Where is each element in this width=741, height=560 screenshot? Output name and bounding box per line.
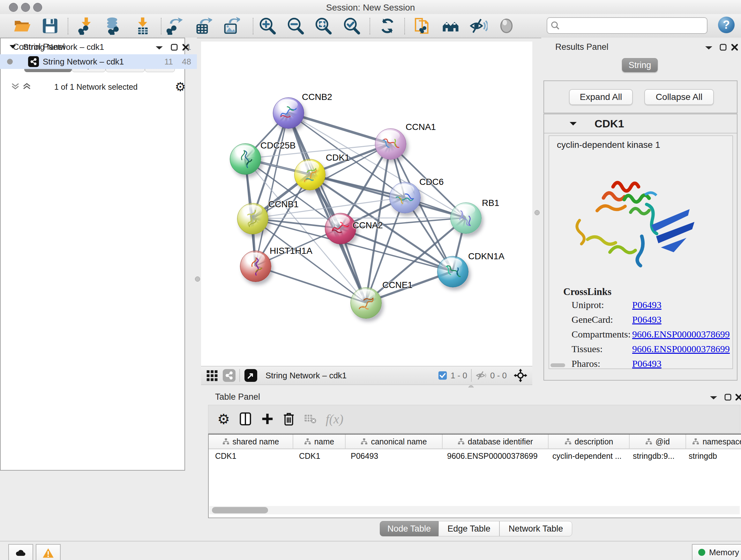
gene-header[interactable]: CDK1: [544, 114, 737, 133]
fit-selected-crosshair-icon[interactable]: [514, 369, 527, 382]
selected-checkbox-icon[interactable]: [438, 371, 448, 380]
network-collection-row[interactable]: String Network – cdk1 1: [0, 40, 197, 54]
network-node-CDC25B[interactable]: [230, 143, 261, 175]
gene-hscrollbar-thumb[interactable]: [550, 363, 565, 367]
string-style-icon[interactable]: [223, 369, 235, 382]
collapse-all-tree-icon[interactable]: [11, 82, 20, 91]
network-node-CDC6[interactable]: [389, 182, 421, 213]
toolbar-separator: [68, 18, 68, 35]
zoom-fit-content-icon[interactable]: [314, 17, 333, 35]
column-header-4[interactable]: description: [549, 435, 630, 449]
crosslink-link[interactable]: P06493: [632, 314, 662, 325]
results-panel-menu-icon[interactable]: [704, 45, 713, 51]
node-structure-scribble: [278, 103, 299, 123]
zoom-selected-icon[interactable]: [343, 17, 361, 35]
table-hscrollbar[interactable]: [209, 506, 740, 514]
column-header-2[interactable]: canonical name: [346, 435, 443, 449]
memory-button[interactable]: Memory: [692, 544, 741, 560]
table-cell[interactable]: stringdb: [682, 449, 741, 462]
import-table-from-file-icon[interactable]: [133, 17, 152, 35]
expand-all-button[interactable]: Expand All: [569, 89, 633, 105]
crosslink-link[interactable]: P06493: [632, 300, 662, 310]
right-splitter-handle[interactable]: [535, 210, 540, 215]
network-row[interactable]: String Network – cdk1 11 48: [0, 54, 197, 69]
network-node-CDKN1A[interactable]: [437, 256, 468, 287]
table-panel-float-icon[interactable]: [724, 393, 732, 401]
network-node-CCNB1[interactable]: [237, 203, 268, 234]
show-columns-icon[interactable]: [239, 412, 252, 426]
crosslink-label: GeneCard:: [571, 314, 613, 325]
table-row[interactable]: CDK1CDK1P064939606.ENSP00000378699cyclin…: [209, 449, 741, 464]
table-cell[interactable]: 9606.ENSP00000378699: [441, 449, 546, 462]
show-grid-icon[interactable]: [205, 369, 218, 382]
table-panel-close-icon[interactable]: [735, 393, 741, 401]
network-options-gear-icon[interactable]: ⚙: [175, 80, 186, 94]
left-splitter-handle[interactable]: [195, 276, 200, 282]
tab-network-table[interactable]: Network Table: [499, 521, 572, 537]
column-header-label: @id: [656, 437, 670, 446]
clipboard-network-icon[interactable]: [413, 17, 431, 35]
refresh-icon[interactable]: [378, 17, 397, 35]
table-cell[interactable]: CDK1: [293, 449, 344, 462]
help-button[interactable]: ?: [718, 17, 735, 33]
crosslink-link[interactable]: 9606.ENSP00000378699: [632, 329, 730, 340]
tree-expander-icon[interactable]: [9, 44, 17, 50]
network-node-CDK1[interactable]: [294, 159, 326, 190]
crosslink-row: Pharos:P06493: [571, 358, 728, 369]
table-cell[interactable]: stringdb:9...: [626, 449, 682, 462]
table-settings-gear-icon[interactable]: ⚙: [217, 411, 230, 427]
column-header-6[interactable]: namespace: [686, 435, 741, 449]
network-node-RB1[interactable]: [450, 202, 482, 234]
results-panel-close-icon[interactable]: [731, 44, 738, 51]
network-canvas[interactable]: CCNB2CCNA1CDC25BCDK1CDC6RB1CCNB1CCNA2CDK…: [201, 42, 532, 366]
cloud-button[interactable]: [8, 544, 33, 560]
delete-column-trash-icon[interactable]: [283, 412, 295, 426]
column-header-0[interactable]: shared name: [209, 435, 293, 449]
network-node-CCNA1[interactable]: [375, 128, 406, 160]
network-edge[interactable]: [255, 113, 288, 266]
network-node-HIST1H1A[interactable]: [240, 251, 271, 282]
node-structure-scribble: [242, 208, 264, 229]
table-cell[interactable]: CDK1: [209, 449, 293, 462]
hide-unhide-icon[interactable]: [469, 17, 488, 35]
network-node-CCNA2[interactable]: [325, 213, 356, 244]
export-table-icon[interactable]: [194, 17, 212, 35]
crosslink-link[interactable]: P06493: [632, 358, 662, 369]
network-edge[interactable]: [340, 228, 453, 271]
export-network-icon[interactable]: [166, 17, 185, 35]
save-session-icon[interactable]: [41, 17, 59, 35]
crosslink-link[interactable]: 9606.ENSP00000378699: [632, 344, 730, 354]
tab-string[interactable]: String: [622, 58, 658, 72]
table-hscrollbar-thumb[interactable]: [212, 507, 268, 513]
zoom-out-icon[interactable]: [286, 17, 305, 35]
column-header-5[interactable]: @id: [630, 435, 686, 449]
network-edge[interactable]: [255, 266, 366, 303]
import-network-from-database-icon[interactable]: [104, 17, 123, 35]
network-node-CCNE1[interactable]: [350, 287, 382, 319]
tab-node-table[interactable]: Node Table: [380, 521, 439, 537]
expand-all-tree-icon[interactable]: [22, 82, 31, 91]
collapse-all-button[interactable]: Collapse All: [644, 89, 714, 105]
add-column-icon[interactable]: [261, 412, 274, 426]
tab-edge-table[interactable]: Edge Table: [439, 521, 499, 537]
column-header-3[interactable]: database identifier: [443, 435, 549, 449]
birdseye-view-icon[interactable]: [245, 369, 257, 382]
show-all-networks-icon[interactable]: [441, 17, 460, 35]
warning-button[interactable]: [36, 544, 61, 560]
table-panel-menu-icon[interactable]: [710, 395, 718, 400]
node-label-RB1: RB1: [482, 198, 499, 208]
gene-expander-icon[interactable]: [569, 121, 577, 126]
column-header-1[interactable]: name: [293, 435, 346, 449]
table-cell[interactable]: cyclin-dependent ...: [546, 449, 626, 462]
open-session-icon[interactable]: [13, 17, 31, 35]
highlight-icon[interactable]: [497, 17, 516, 35]
network-edge[interactable]: [253, 218, 466, 219]
zoom-in-icon[interactable]: [259, 17, 277, 35]
import-network-from-file-icon[interactable]: [77, 17, 96, 35]
network-node-CCNB2[interactable]: [273, 98, 304, 129]
table-cell[interactable]: P06493: [344, 449, 441, 462]
results-panel-float-icon[interactable]: [719, 44, 727, 51]
export-image-icon[interactable]: [222, 17, 240, 35]
search-input[interactable]: [562, 19, 704, 32]
hidden-eye-slash-icon[interactable]: [475, 370, 487, 381]
